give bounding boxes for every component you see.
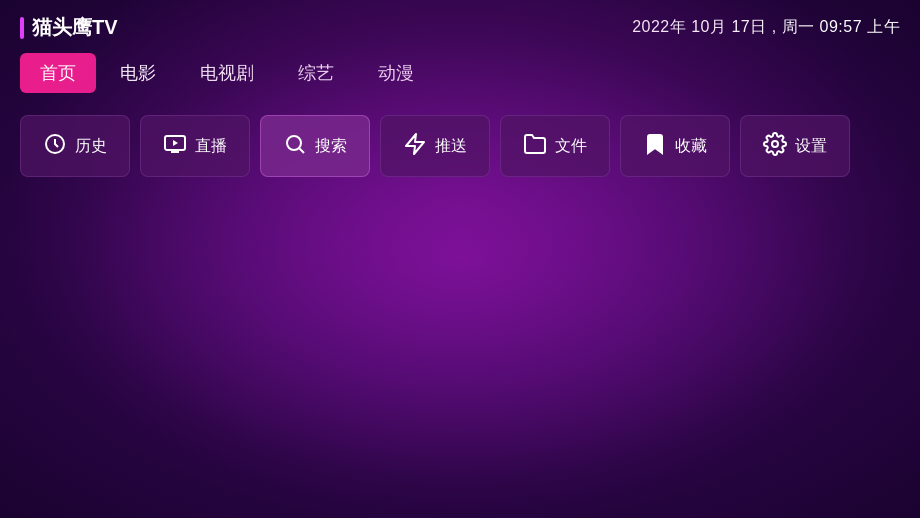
header: 猫头鹰TV 2022年 10月 17日 , 周一 09:57 上午 <box>0 0 920 49</box>
settings-icon <box>763 132 787 160</box>
nav-item-movies[interactable]: 电影 <box>100 53 176 93</box>
app-title: 猫头鹰TV <box>32 14 118 41</box>
history-button[interactable]: 历史 <box>20 115 130 177</box>
function-bar: 历史 直播 搜索 推送 <box>0 105 920 187</box>
svg-marker-7 <box>406 134 424 154</box>
nav-bar: 首页 电影 电视剧 综艺 动漫 <box>0 49 920 105</box>
svg-point-5 <box>287 136 301 150</box>
settings-label: 设置 <box>795 136 827 157</box>
datetime-display: 2022年 10月 17日 , 周一 09:57 上午 <box>632 17 900 38</box>
nav-item-variety[interactable]: 综艺 <box>278 53 354 93</box>
search-icon <box>283 132 307 160</box>
settings-button[interactable]: 设置 <box>740 115 850 177</box>
files-label: 文件 <box>555 136 587 157</box>
push-button[interactable]: 推送 <box>380 115 490 177</box>
svg-line-6 <box>300 149 305 154</box>
push-label: 推送 <box>435 136 467 157</box>
svg-marker-4 <box>173 140 178 146</box>
live-button[interactable]: 直播 <box>140 115 250 177</box>
nav-item-anime[interactable]: 动漫 <box>358 53 434 93</box>
favorites-label: 收藏 <box>675 136 707 157</box>
app-title-area: 猫头鹰TV <box>20 14 118 41</box>
svg-point-8 <box>772 141 778 147</box>
live-icon <box>163 132 187 160</box>
nav-item-tvshows[interactable]: 电视剧 <box>180 53 274 93</box>
search-button[interactable]: 搜索 <box>260 115 370 177</box>
search-label: 搜索 <box>315 136 347 157</box>
favorites-button[interactable]: 收藏 <box>620 115 730 177</box>
history-icon <box>43 132 67 160</box>
files-button[interactable]: 文件 <box>500 115 610 177</box>
live-label: 直播 <box>195 136 227 157</box>
title-bar-accent <box>20 17 24 39</box>
files-icon <box>523 132 547 160</box>
push-icon <box>403 132 427 160</box>
history-label: 历史 <box>75 136 107 157</box>
nav-item-home[interactable]: 首页 <box>20 53 96 93</box>
favorites-icon <box>643 132 667 160</box>
